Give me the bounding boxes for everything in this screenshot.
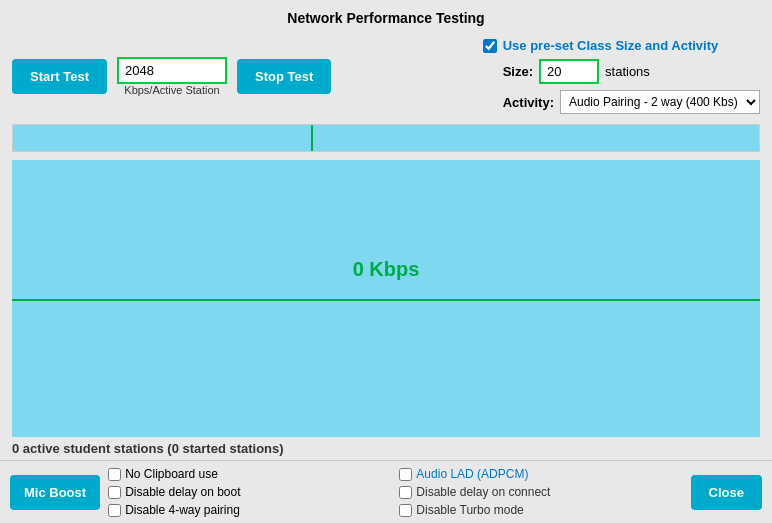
- kbps-label: Kbps/Active Station: [124, 84, 219, 96]
- status-bar: 0 active student stations (0 started sta…: [0, 437, 772, 460]
- disable-delay-connect-label[interactable]: Disable delay on connect: [416, 485, 550, 499]
- progress-bar-marker: [311, 125, 313, 151]
- disable-delay-connect-checkbox[interactable]: [399, 486, 412, 499]
- chart-kbps-label: 0 Kbps: [353, 257, 420, 280]
- size-row: Size: stations: [483, 59, 650, 84]
- main-window: Network Performance Testing Start Test K…: [0, 0, 772, 523]
- status-text: 0 active student stations (0 started sta…: [12, 441, 284, 456]
- right-checkboxes: Audio LAD (ADPCM) Disable delay on conne…: [399, 467, 682, 517]
- start-test-button[interactable]: Start Test: [12, 59, 107, 94]
- activity-row: Activity: Audio Pairing - 2 way (400 Kbs…: [483, 90, 760, 114]
- progress-bar-fill: [13, 125, 311, 151]
- chart-area: 0 Kbps: [12, 160, 760, 437]
- no-clipboard-label[interactable]: No Clipboard use: [125, 467, 218, 481]
- preset-checkbox[interactable]: [483, 39, 497, 53]
- stop-test-button[interactable]: Stop Test: [237, 59, 331, 94]
- chart-divider: [12, 299, 760, 301]
- stations-label: stations: [605, 64, 650, 79]
- size-input[interactable]: [539, 59, 599, 84]
- bottom-checkboxes: No Clipboard use Disable delay on boot D…: [108, 467, 391, 517]
- disable-4way-checkbox[interactable]: [108, 504, 121, 517]
- preset-label[interactable]: Use pre-set Class Size and Activity: [503, 38, 719, 53]
- no-clipboard-row: No Clipboard use: [108, 467, 391, 481]
- activity-select[interactable]: Audio Pairing - 2 way (400 Kbs)Audio Pai…: [560, 90, 760, 114]
- disable-turbo-checkbox[interactable]: [399, 504, 412, 517]
- kbps-input[interactable]: [117, 57, 227, 84]
- audio-lad-label[interactable]: Audio LAD (ADPCM): [416, 467, 528, 481]
- progress-bar-container: [12, 124, 760, 152]
- window-title: Network Performance Testing: [0, 0, 772, 32]
- disable-delay-boot-label[interactable]: Disable delay on boot: [125, 485, 240, 499]
- close-button[interactable]: Close: [691, 475, 762, 510]
- disable-delay-connect-row: Disable delay on connect: [399, 485, 682, 499]
- size-label: Size:: [503, 64, 533, 79]
- disable-turbo-row: Disable Turbo mode: [399, 503, 682, 517]
- disable-delay-boot-row: Disable delay on boot: [108, 485, 391, 499]
- disable-4way-label[interactable]: Disable 4-way pairing: [125, 503, 240, 517]
- preset-section: Use pre-set Class Size and Activity Size…: [483, 38, 760, 114]
- activity-label: Activity:: [503, 95, 554, 110]
- bottom-bar: Mic Boost No Clipboard use Disable delay…: [0, 460, 772, 523]
- audio-lad-checkbox[interactable]: [399, 468, 412, 481]
- preset-checkbox-row: Use pre-set Class Size and Activity: [483, 38, 719, 53]
- disable-4way-row: Disable 4-way pairing: [108, 503, 391, 517]
- toolbar: Start Test Kbps/Active Station Stop Test…: [0, 32, 772, 120]
- kbps-group: Kbps/Active Station: [117, 57, 227, 96]
- disable-turbo-label[interactable]: Disable Turbo mode: [416, 503, 523, 517]
- audio-lad-row: Audio LAD (ADPCM): [399, 467, 682, 481]
- disable-delay-boot-checkbox[interactable]: [108, 486, 121, 499]
- mic-boost-button[interactable]: Mic Boost: [10, 475, 100, 510]
- no-clipboard-checkbox[interactable]: [108, 468, 121, 481]
